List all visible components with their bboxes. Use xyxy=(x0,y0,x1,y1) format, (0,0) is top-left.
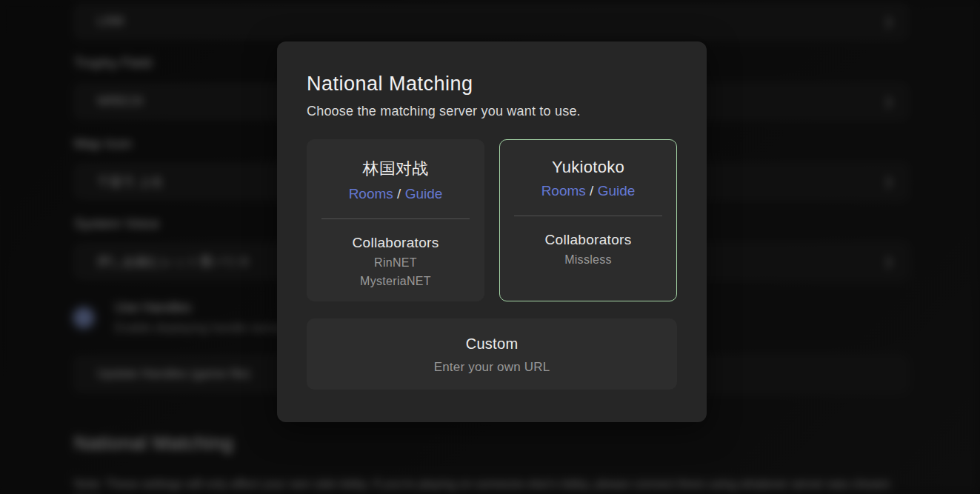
dialog-title: National Matching xyxy=(307,73,677,96)
links-separator: / xyxy=(397,186,401,201)
divider xyxy=(514,216,662,216)
server-options: 林国对战 Rooms / Guide Collaborators RinNET … xyxy=(307,139,677,301)
server-card-linguo[interactable]: 林国对战 Rooms / Guide Collaborators RinNET … xyxy=(307,139,484,301)
dialog-subtitle: Choose the matching server you want to u… xyxy=(307,104,677,119)
links-separator: / xyxy=(590,183,593,198)
rooms-link[interactable]: Rooms xyxy=(349,186,393,201)
custom-server-card[interactable]: Custom Enter your own URL xyxy=(307,318,677,390)
collaborator: RinNET xyxy=(307,256,484,270)
server-name: Yukiotoko xyxy=(500,158,676,177)
collaborators-heading: Collaborators xyxy=(500,232,676,248)
server-links: Rooms / Guide xyxy=(500,183,676,199)
divider xyxy=(321,218,470,219)
collaborators-heading: Collaborators xyxy=(307,235,484,251)
rooms-link[interactable]: Rooms xyxy=(541,183,586,198)
collaborator: MysteriaNET xyxy=(307,275,484,288)
guide-link[interactable]: Guide xyxy=(405,186,443,201)
national-matching-dialog: National Matching Choose the matching se… xyxy=(277,41,707,422)
guide-link[interactable]: Guide xyxy=(598,183,636,198)
server-links: Rooms / Guide xyxy=(307,186,484,202)
custom-title: Custom xyxy=(307,336,677,353)
server-name: 林国对战 xyxy=(307,158,484,180)
custom-subtitle: Enter your own URL xyxy=(307,360,677,375)
server-card-yukiotoko[interactable]: Yukiotoko Rooms / Guide Collaborators Mi… xyxy=(499,139,677,301)
collaborator: Missless xyxy=(500,253,676,267)
